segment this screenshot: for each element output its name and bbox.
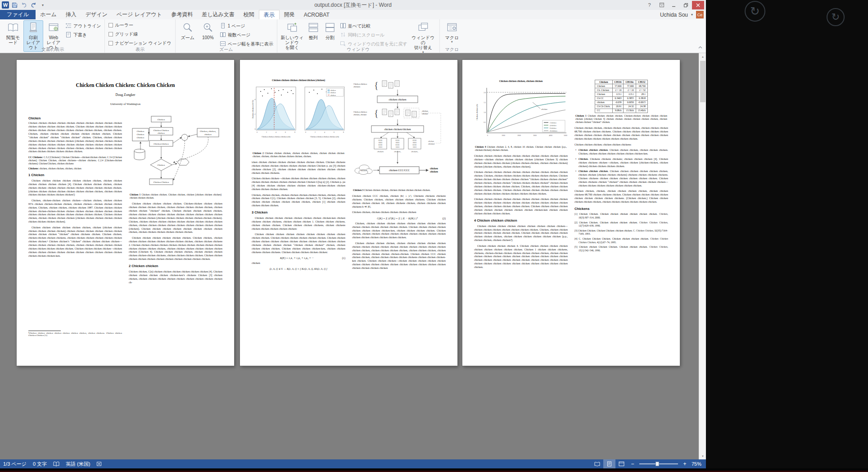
svg-text:chickens,: chickens, [411, 150, 418, 153]
outline-view-button[interactable]: アウトライン [64, 23, 102, 30]
svg-text:Chicken Chicken: Chicken Chicken [154, 181, 169, 183]
minimize-button[interactable] [668, 1, 680, 9]
print-layout-view-button[interactable] [603, 459, 615, 468]
one-page-button[interactable]: 1 ページ [218, 23, 275, 30]
svg-text:{: { [374, 80, 379, 90]
draft-view-button[interactable]: 下書き [64, 32, 102, 39]
redo-button[interactable] [29, 1, 37, 9]
save-button[interactable] [10, 1, 18, 9]
table-1-caption-lead: Chicken 1 [575, 114, 587, 117]
avatar[interactable]: Ce [696, 11, 704, 18]
window-controls: ? [643, 1, 704, 9]
split-button[interactable]: 分割 [322, 20, 338, 41]
restore-button[interactable] [680, 1, 692, 9]
side-by-side-label: 並べて比較 [348, 23, 371, 29]
page2-right-paragraphs-2: Chicken, chicken chicken chicken chicken… [352, 222, 446, 270]
tab-design[interactable]: デザイン [81, 10, 112, 19]
navigation-pane-checkbox-box [108, 41, 113, 45]
group-label-show: 表示 [105, 46, 175, 53]
svg-text:chicken: chicken [428, 140, 434, 142]
figure-4-caption: Chicken 4 Chicken chicken 2, 4, 8, chick… [475, 145, 567, 152]
gridlines-checkbox-box [108, 32, 113, 36]
svg-text:2: 2 [266, 132, 267, 133]
paragraph: Chicken chicken chicken, chicken chicken… [574, 127, 668, 141]
collapse-ribbon-button[interactable] [698, 43, 703, 51]
zoom-out-button[interactable]: − [628, 459, 637, 468]
close-button[interactable] [692, 1, 704, 9]
proofing-status[interactable] [50, 459, 63, 468]
zoom-slider[interactable] [639, 463, 678, 464]
svg-text:chicken: chicken [330, 90, 336, 91]
ruler-checkbox[interactable]: ルーラー [107, 22, 172, 29]
document-page-1[interactable]: Chicken Chicken Chicken: Chicken Chicken… [17, 60, 234, 366]
svg-text:01101: 01101 [396, 144, 400, 146]
web-layout-view-button[interactable] [615, 459, 628, 468]
figure-3-caption: Chicken 3 Chicken chicken chicken, chick… [353, 189, 445, 192]
title-bar: W ▾ output.docx [互換モード] - Word ? [0, 0, 706, 10]
tab-developer[interactable]: 開発 [280, 10, 299, 19]
view-side-by-side-button[interactable]: 並べて比較 [339, 23, 409, 30]
switch-windows-icon [417, 22, 429, 35]
help-button[interactable]: ? [643, 1, 656, 9]
paragraph: Chicken chicken chicken chicken chicken … [252, 217, 345, 231]
tab-page-layout[interactable]: ページ レイアウト [112, 10, 167, 19]
tab-insert[interactable]: 挿入 [61, 10, 81, 19]
svg-text:2: 2 [315, 132, 316, 133]
read-mode-button[interactable]: 閲覧モード [3, 20, 23, 46]
macro-recording-indicator[interactable] [93, 459, 105, 468]
tab-mailings[interactable]: 差し込み文書 [197, 10, 239, 19]
svg-text:Chicken Chicken: Chicken Chicken [154, 129, 169, 132]
page-indicator[interactable]: 1/3 ページ [0, 459, 30, 468]
paragraph: Chicken chicken chicken chicken chicken … [474, 225, 568, 243]
multiple-pages-button[interactable]: 複数ページ [218, 32, 275, 39]
account-name[interactable]: Uchida Sou [660, 12, 688, 18]
word-count[interactable]: 0 文字 [30, 459, 50, 468]
page1-right-column: Chicken Chicken Chicken chicken Chicken/… [129, 114, 222, 366]
equation-2-body: C(K) = Σ Δᵢ²(Kᵢ) = Σ || Eᵢ − K(Hᵢ) ||² [352, 217, 443, 220]
ribbon-group-document-views: 閲覧モード 印刷 レイアウト Web レイアウト [1, 19, 104, 53]
scroll-down-arrow[interactable]: ▼ [699, 453, 706, 459]
zoom-slider-thumb[interactable] [656, 462, 659, 466]
tab-acrobat[interactable]: ACROBAT [299, 10, 334, 19]
scrollbar-thumb[interactable] [700, 61, 705, 102]
window-title: output.docx [互換モード] - Word [0, 0, 706, 10]
scroll-up-arrow[interactable]: ▲ [699, 53, 706, 60]
ribbon-display-options-button[interactable] [656, 1, 668, 9]
figure-2-density-plots: chicken chicken chicken 02468 02468 0.2.… [252, 82, 345, 149]
svg-text:8: 8 [343, 132, 344, 133]
zoom-percentage[interactable]: 75% [690, 461, 706, 467]
page3-left-paragraphs-2: Chicken chicken chicken chicken chicken … [474, 225, 568, 269]
zoom-100-button[interactable]: 100% [198, 20, 218, 41]
tab-review[interactable]: 校閲 [239, 10, 259, 19]
qat-customize-dropdown[interactable]: ▾ [39, 1, 47, 9]
rotate-glyph: ↻ [750, 5, 760, 18]
arrange-all-button[interactable]: 整列 [305, 20, 321, 41]
svg-text:11011: 11011 [379, 146, 383, 148]
paragraph: Chicken chicken chicken chicken chicken … [129, 236, 222, 261]
macros-button[interactable]: マクロ ▾ [442, 20, 462, 45]
zoom-in-button[interactable]: + [680, 459, 690, 468]
tab-home[interactable]: ホーム [36, 10, 61, 19]
one-page-icon [220, 23, 226, 30]
tab-references[interactable]: 参考資料 [167, 10, 197, 19]
tab-view[interactable]: 表示 [259, 10, 280, 19]
vertical-scrollbar[interactable]: ▲ ▼ [699, 53, 706, 459]
tab-file[interactable]: ファイル [0, 10, 36, 19]
navigation-pane-checkbox[interactable]: ナビゲーション ウィンドウ [107, 40, 172, 47]
zoom-100-icon [202, 22, 214, 35]
language-indicator[interactable]: 英語 (米国) [63, 459, 93, 468]
table-row: chicken-0.0390.0050-0.0015 [595, 100, 648, 104]
page1-right-paragraphs: Chicken chicken chicken chicken chicken.… [129, 202, 222, 261]
document-page-2[interactable]: Chicken chicken chicken chicken/chicken … [240, 60, 457, 366]
svg-text:Chicken chicken chicken chicke: Chicken chicken chicken chicken (ch) [262, 136, 291, 138]
gridlines-checkbox[interactable]: グリッド線 [107, 31, 172, 38]
zoom-button[interactable]: ズーム [178, 20, 198, 41]
desktop-right-strip: ↻ ↻ [706, 0, 868, 472]
svg-text:5000: 5000 [564, 135, 567, 136]
document-page-3[interactable]: Chicken chicken chicken, chicken chicken… [462, 60, 680, 366]
figure-1-caption: Chicken 1 Chicken chicken chicken. Chick… [130, 193, 222, 200]
account-dropdown-caret[interactable]: ▾ [691, 13, 693, 17]
undo-button[interactable] [20, 1, 28, 9]
read-mode-view-button[interactable] [591, 459, 603, 468]
svg-text:2 chicken: 2 chicken [550, 122, 556, 124]
